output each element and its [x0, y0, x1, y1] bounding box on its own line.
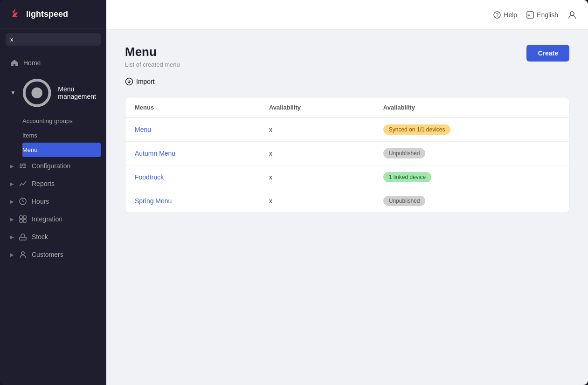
logo-area: lightspeed	[0, 0, 106, 28]
configuration-label: Configuration	[32, 162, 70, 170]
sidebar-item-customers[interactable]: ▶ Customers	[3, 246, 104, 263]
sidebar-search-input[interactable]	[6, 33, 101, 46]
menu-name-cell: Spring Menu	[125, 189, 260, 213]
menu-name-cell: Foodtruck	[125, 165, 260, 189]
sidebar-nav: Home ▼ Menu management Accounting groups	[0, 50, 106, 385]
stock-label: Stock	[32, 233, 48, 241]
svg-rect-6	[23, 165, 24, 166]
menu-name-link[interactable]: Foodtruck	[135, 173, 164, 181]
table-row: Spring MenuxUnpublished	[125, 189, 569, 213]
table-body: MenuxSynced on 1/1 devicesAutumn MenuxUn…	[125, 118, 569, 213]
svg-point-1	[31, 87, 42, 98]
home-icon	[10, 59, 19, 67]
customers-icon	[19, 250, 27, 259]
sidebar-item-menu-management[interactable]: ▼ Menu management	[3, 72, 104, 114]
sidebar-item-configuration[interactable]: ▶ Configuration	[3, 157, 104, 175]
accounting-groups-label: Accounting groups	[22, 117, 73, 124]
items-label: Items	[22, 132, 37, 139]
help-label: Help	[504, 11, 517, 19]
svg-rect-2	[20, 164, 26, 165]
customers-label: Customers	[32, 251, 63, 258]
content-area: Menu List of created menu Create Import	[106, 30, 588, 385]
stock-icon	[19, 233, 27, 241]
menu-availability-cell: x	[260, 142, 374, 165]
menu-status-cell: Synced on 1/1 devices	[374, 118, 569, 142]
svg-text:A: A	[528, 14, 530, 17]
page-title: Menu	[125, 45, 180, 59]
page-title-group: Menu List of created menu	[125, 45, 180, 68]
svg-rect-13	[20, 220, 22, 222]
sidebar-item-menu[interactable]: Menu	[22, 143, 101, 157]
page-subtitle: List of created menu	[125, 61, 180, 68]
table-header: Menus Availability Availability	[125, 97, 569, 118]
import-icon	[125, 77, 133, 86]
sidebar-home-label: Home	[23, 59, 41, 67]
import-label: Import	[136, 78, 155, 85]
col-availability-2: Availability	[374, 97, 569, 118]
help-icon: ?	[493, 11, 501, 19]
sidebar-item-reports[interactable]: ▶ Reports	[3, 175, 104, 192]
svg-line-10	[23, 201, 24, 202]
menu-name-link[interactable]: Menu	[135, 126, 151, 133]
reports-label: Reports	[32, 180, 55, 187]
menu-name-cell: Menu	[125, 118, 260, 142]
svg-text:?: ?	[496, 13, 499, 18]
svg-rect-11	[20, 216, 22, 219]
language-icon: A	[526, 11, 534, 19]
menu-status-cell: Unpublished	[374, 189, 569, 213]
sidebar-item-hours[interactable]: ▶ Hours	[3, 192, 104, 210]
svg-rect-14	[23, 220, 26, 222]
menu-name-link[interactable]: Autumn Menu	[135, 150, 175, 157]
sidebar-item-home[interactable]: Home	[3, 54, 104, 72]
table-row: MenuxSynced on 1/1 devices	[125, 118, 569, 142]
user-avatar[interactable]	[567, 10, 577, 20]
menu-management-subnav: Accounting groups Items Menu	[3, 114, 104, 157]
menu-management-section: ▼ Menu management Accounting groups Item…	[3, 72, 104, 157]
sidebar-item-accounting-groups[interactable]: Accounting groups	[22, 114, 104, 128]
svg-rect-12	[23, 216, 26, 219]
logo-text: lightspeed	[26, 9, 68, 19]
sidebar-search-area[interactable]	[0, 28, 106, 50]
sidebar-item-items[interactable]: Items	[22, 128, 104, 143]
menu-status-cell: Unpublished	[374, 142, 569, 165]
sidebar-item-integration[interactable]: ▶ Integration	[3, 210, 104, 228]
svg-rect-7	[22, 167, 23, 168]
menu-name-cell: Autumn Menu	[125, 142, 260, 165]
user-icon	[567, 10, 577, 20]
menu-availability-cell: x	[260, 165, 374, 189]
topbar: ? Help A English	[106, 0, 588, 30]
hours-label: Hours	[32, 198, 49, 205]
status-badge: Unpublished	[383, 148, 426, 158]
sidebar-item-stock[interactable]: ▶ Stock	[3, 228, 104, 246]
integration-icon	[19, 215, 27, 223]
menu-name-link[interactable]: Spring Menu	[135, 197, 172, 205]
sidebar-menu-management-label: Menu management	[58, 85, 96, 100]
sidebar: lightspeed Home ▼	[0, 0, 106, 385]
menu-availability-cell: x	[260, 118, 374, 142]
integration-label: Integration	[32, 215, 62, 223]
menu-status-cell: 1 linked device	[374, 165, 569, 189]
status-badge: Synced on 1/1 devices	[383, 124, 451, 135]
reports-icon	[19, 179, 27, 188]
language-label: English	[537, 11, 558, 19]
menu-management-icon	[21, 76, 53, 109]
table-row: Foodtruckx1 linked device	[125, 165, 569, 189]
svg-point-21	[570, 12, 574, 15]
menu-label: Menu	[22, 146, 38, 153]
menus-table-container: Menus Availability Availability MenuxSyn…	[125, 97, 569, 213]
language-selector[interactable]: A English	[526, 11, 558, 19]
svg-rect-5	[21, 164, 22, 165]
status-badge: Unpublished	[383, 196, 426, 206]
menus-table: Menus Availability Availability MenuxSyn…	[125, 97, 569, 213]
main-content: ? Help A English	[106, 0, 588, 385]
table-row: Autumn MenuxUnpublished	[125, 142, 569, 165]
create-button[interactable]: Create	[526, 45, 569, 62]
hours-icon	[19, 197, 27, 206]
page-header: Menu List of created menu Create	[125, 45, 569, 68]
menu-availability-cell: x	[260, 189, 374, 213]
svg-rect-3	[20, 165, 26, 166]
lightspeed-logo-icon	[9, 7, 22, 21]
import-button[interactable]: Import	[125, 77, 569, 86]
help-button[interactable]: ? Help	[493, 11, 517, 19]
col-availability-1: Availability	[260, 97, 374, 118]
